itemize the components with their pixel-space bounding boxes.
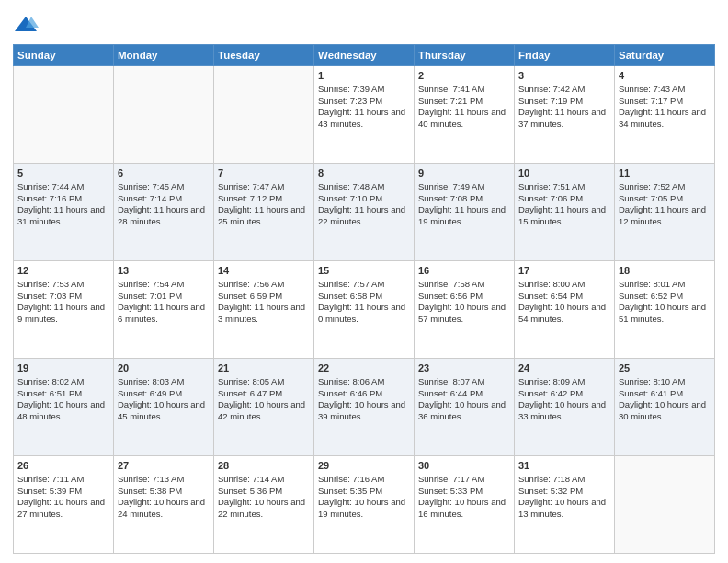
sunrise-text: Sunrise: 7:11 AM xyxy=(17,474,84,484)
sunrise-text: Sunrise: 7:39 AM xyxy=(318,84,384,94)
sunset-text: Sunset: 7:05 PM xyxy=(619,193,683,203)
daylight-text: Daylight: 11 hours and 6 minutes. xyxy=(118,302,205,324)
daylight-text: Daylight: 11 hours and 22 minutes. xyxy=(318,204,405,226)
weekday-header: Monday xyxy=(114,45,214,66)
calendar-header-row: SundayMondayTuesdayWednesdayThursdayFrid… xyxy=(14,45,715,66)
sunrise-text: Sunrise: 7:18 AM xyxy=(518,474,585,484)
sunrise-text: Sunrise: 7:57 AM xyxy=(318,279,384,289)
sunset-text: Sunset: 7:16 PM xyxy=(17,193,82,203)
daylight-text: Daylight: 10 hours and 16 minutes. xyxy=(418,497,506,519)
calendar-cell: 6Sunrise: 7:45 AMSunset: 7:14 PMDaylight… xyxy=(114,164,214,261)
calendar-cell: 21Sunrise: 8:05 AMSunset: 6:47 PMDayligh… xyxy=(214,359,314,456)
weekday-header: Sunday xyxy=(14,45,114,66)
sunset-text: Sunset: 7:12 PM xyxy=(218,193,282,203)
sunrise-text: Sunrise: 7:42 AM xyxy=(518,84,585,94)
daylight-text: Daylight: 11 hours and 12 minutes. xyxy=(619,204,706,226)
day-number: 1 xyxy=(318,69,410,83)
weekday-header: Thursday xyxy=(415,45,515,66)
calendar-cell: 25Sunrise: 8:10 AMSunset: 6:41 PMDayligh… xyxy=(615,359,715,456)
sunrise-text: Sunrise: 7:14 AM xyxy=(218,474,284,484)
daylight-text: Daylight: 10 hours and 51 minutes. xyxy=(619,302,706,324)
calendar-cell: 10Sunrise: 7:51 AMSunset: 7:06 PMDayligh… xyxy=(515,164,615,261)
sunset-text: Sunset: 5:36 PM xyxy=(218,486,282,496)
day-number: 22 xyxy=(318,362,410,375)
daylight-text: Daylight: 11 hours and 28 minutes. xyxy=(118,204,205,226)
daylight-text: Daylight: 11 hours and 19 minutes. xyxy=(418,204,506,226)
calendar-cell: 12Sunrise: 7:53 AMSunset: 7:03 PMDayligh… xyxy=(14,261,114,359)
sunset-text: Sunset: 6:44 PM xyxy=(418,388,483,398)
sunset-text: Sunset: 7:23 PM xyxy=(318,96,382,106)
day-number: 16 xyxy=(418,264,510,278)
calendar-cell: 2Sunrise: 7:41 AMSunset: 7:21 PMDaylight… xyxy=(415,66,515,164)
sunset-text: Sunset: 7:10 PM xyxy=(318,193,382,203)
calendar-cell: 8Sunrise: 7:48 AMSunset: 7:10 PMDaylight… xyxy=(314,164,415,261)
sunrise-text: Sunrise: 8:02 AM xyxy=(17,376,84,386)
day-number: 24 xyxy=(518,362,610,375)
day-number: 23 xyxy=(418,362,510,375)
day-number: 31 xyxy=(518,459,610,473)
calendar-cell: 31Sunrise: 7:18 AMSunset: 5:32 PMDayligh… xyxy=(515,456,615,554)
sunrise-text: Sunrise: 7:54 AM xyxy=(118,279,184,289)
calendar-cell: 16Sunrise: 7:58 AMSunset: 6:56 PMDayligh… xyxy=(415,261,515,359)
day-number: 15 xyxy=(318,264,410,278)
daylight-text: Daylight: 10 hours and 33 minutes. xyxy=(518,399,606,421)
day-number: 18 xyxy=(619,264,711,278)
calendar-cell: 1Sunrise: 7:39 AMSunset: 7:23 PMDaylight… xyxy=(314,66,415,164)
sunrise-text: Sunrise: 8:10 AM xyxy=(619,376,685,386)
calendar-cell: 23Sunrise: 8:07 AMSunset: 6:44 PMDayligh… xyxy=(415,359,515,456)
sunrise-text: Sunrise: 7:16 AM xyxy=(318,474,384,484)
day-number: 29 xyxy=(318,459,410,473)
day-number: 17 xyxy=(518,264,610,278)
header xyxy=(13,9,715,39)
day-number: 9 xyxy=(418,167,510,180)
daylight-text: Daylight: 10 hours and 45 minutes. xyxy=(118,399,205,421)
sunset-text: Sunset: 7:01 PM xyxy=(118,291,182,301)
sunrise-text: Sunrise: 7:52 AM xyxy=(619,181,685,191)
sunset-text: Sunset: 7:08 PM xyxy=(418,193,483,203)
calendar-cell: 27Sunrise: 7:13 AMSunset: 5:38 PMDayligh… xyxy=(114,456,214,554)
sunset-text: Sunset: 7:17 PM xyxy=(619,96,683,106)
day-number: 5 xyxy=(17,167,109,180)
page: SundayMondayTuesdayWednesdayThursdayFrid… xyxy=(0,0,728,563)
calendar-cell: 30Sunrise: 7:17 AMSunset: 5:33 PMDayligh… xyxy=(415,456,515,554)
calendar-week-row: 1Sunrise: 7:39 AMSunset: 7:23 PMDaylight… xyxy=(14,66,715,164)
sunset-text: Sunset: 5:32 PM xyxy=(518,486,583,496)
calendar-cell xyxy=(14,66,114,164)
daylight-text: Daylight: 10 hours and 13 minutes. xyxy=(518,497,606,519)
daylight-text: Daylight: 11 hours and 25 minutes. xyxy=(218,204,305,226)
daylight-text: Daylight: 10 hours and 39 minutes. xyxy=(318,399,405,421)
day-number: 14 xyxy=(218,264,310,278)
daylight-text: Daylight: 11 hours and 3 minutes. xyxy=(218,302,305,324)
day-number: 10 xyxy=(518,167,610,180)
daylight-text: Daylight: 10 hours and 27 minutes. xyxy=(17,497,105,519)
calendar-cell: 24Sunrise: 8:09 AMSunset: 6:42 PMDayligh… xyxy=(515,359,615,456)
sunset-text: Sunset: 6:58 PM xyxy=(318,291,382,301)
sunrise-text: Sunrise: 7:58 AM xyxy=(418,279,484,289)
calendar-cell xyxy=(114,66,214,164)
daylight-text: Daylight: 10 hours and 54 minutes. xyxy=(518,302,606,324)
sunset-text: Sunset: 6:51 PM xyxy=(17,388,82,398)
daylight-text: Daylight: 11 hours and 9 minutes. xyxy=(17,302,105,324)
daylight-text: Daylight: 11 hours and 31 minutes. xyxy=(17,204,105,226)
sunrise-text: Sunrise: 8:00 AM xyxy=(518,279,585,289)
sunset-text: Sunset: 6:47 PM xyxy=(218,388,282,398)
calendar-cell: 5Sunrise: 7:44 AMSunset: 7:16 PMDaylight… xyxy=(14,164,114,261)
calendar-cell: 7Sunrise: 7:47 AMSunset: 7:12 PMDaylight… xyxy=(214,164,314,261)
day-number: 3 xyxy=(518,69,610,83)
sunset-text: Sunset: 7:06 PM xyxy=(518,193,583,203)
daylight-text: Daylight: 10 hours and 30 minutes. xyxy=(619,399,706,421)
sunset-text: Sunset: 7:19 PM xyxy=(518,96,583,106)
daylight-text: Daylight: 10 hours and 36 minutes. xyxy=(418,399,506,421)
sunset-text: Sunset: 5:35 PM xyxy=(318,486,382,496)
sunrise-text: Sunrise: 7:49 AM xyxy=(418,181,484,191)
daylight-text: Daylight: 10 hours and 42 minutes. xyxy=(218,399,305,421)
daylight-text: Daylight: 11 hours and 15 minutes. xyxy=(518,204,606,226)
calendar-cell xyxy=(615,456,715,554)
day-number: 30 xyxy=(418,459,510,473)
daylight-text: Daylight: 10 hours and 48 minutes. xyxy=(17,399,105,421)
sunrise-text: Sunrise: 7:48 AM xyxy=(318,181,384,191)
calendar-week-row: 26Sunrise: 7:11 AMSunset: 5:39 PMDayligh… xyxy=(14,456,715,554)
sunset-text: Sunset: 6:49 PM xyxy=(118,388,182,398)
sunrise-text: Sunrise: 7:47 AM xyxy=(218,181,284,191)
sunrise-text: Sunrise: 7:56 AM xyxy=(218,279,284,289)
